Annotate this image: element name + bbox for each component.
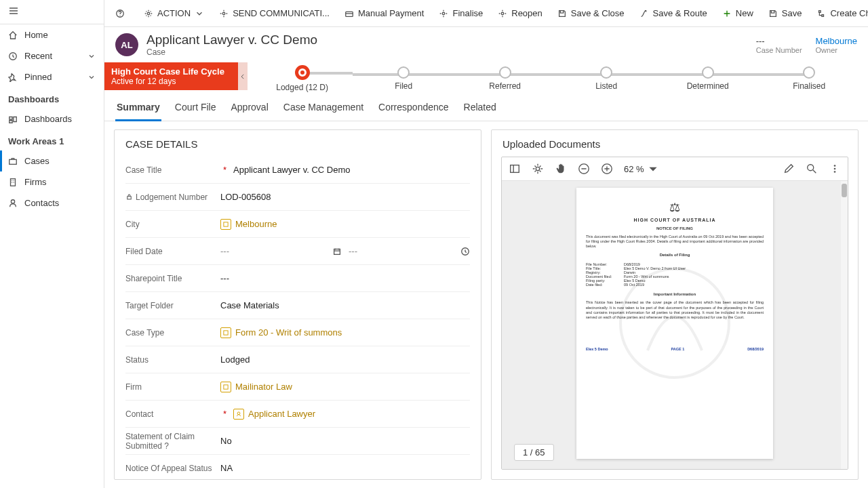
hand-icon [555,163,567,175]
new-button[interactable]: New [715,4,760,22]
save-close-button[interactable]: Save & Close [551,4,631,22]
lookup-icon [220,382,231,392]
lookup-icon [220,219,231,230]
doc-scrollbar[interactable] [841,181,848,469]
help-button[interactable] [108,5,132,22]
stage-determined[interactable]: Determined [657,66,759,91]
tab-court-file[interactable]: Court File [174,99,218,121]
field-contact[interactable]: Contact * Applicant Lawyer [125,401,470,428]
svg-point-9 [502,12,505,15]
flow-icon [816,9,826,18]
command-bar: ACTION SEND COMMUNICATI... Manual Paymen… [104,0,868,27]
tab-case-management[interactable]: Case Management [282,99,365,121]
uploaded-documents-panel: Uploaded Documents 62 % [491,129,859,480]
finalise-button[interactable]: Finalise [432,4,490,22]
nav-section-dashboards: Dashboards [0,87,104,108]
page-counter[interactable]: 1 / 65 [514,444,554,461]
lookup-icon [233,409,244,420]
briefcase-icon [8,157,18,166]
save-button[interactable]: Save [762,4,809,22]
save-route-button[interactable]: Save & Route [633,4,714,22]
svg-point-8 [443,12,446,15]
svg-point-5 [147,12,150,15]
pan-button[interactable] [555,163,567,175]
plus-icon [722,9,732,18]
svg-point-26 [834,168,836,170]
field-case-type[interactable]: Case Type Form 20 - Writ of summons [125,319,470,346]
field-noa-status[interactable]: Notice Of Appeal Status NA [125,455,470,479]
nav-dashboards[interactable]: Dashboards [0,108,104,129]
field-target-folder[interactable]: Target Folder Case Materials [125,292,470,319]
nav-cases[interactable]: Cases [0,150,104,171]
person-icon [8,199,18,208]
tab-summary[interactable]: Summary [115,99,161,121]
tab-related[interactable]: Related [462,99,498,121]
field-case-title[interactable]: Case Title * Applicant Lawyer v. CC Demo [125,157,470,184]
bpf-header[interactable]: High Court Case Life Cycle Active for 12… [104,62,238,90]
panel-title: Uploaded Documents [492,130,858,157]
manual-payment-button[interactable]: Manual Payment [338,4,431,22]
chevron-down-icon [647,163,659,175]
svg-point-25 [834,165,836,167]
svg-rect-15 [334,249,340,254]
nav-label: Firms [24,177,47,187]
stage-filed[interactable]: Filed [353,66,454,91]
record-header: AL Applicant Lawyer v. CC Demo Case --- … [104,27,868,57]
panel-title: CASE DETAILS [115,130,481,157]
gear-icon [219,9,229,18]
gear-icon [144,9,153,18]
nav-home[interactable]: Home [0,24,104,45]
pin-icon [8,73,18,82]
nav-label: Pinned [24,72,52,82]
svg-rect-14 [224,222,228,226]
field-soc-submitted[interactable]: Statement of Claim Submitted ? No [125,428,470,455]
document-viewer: 62 % ⚖ HIGH COURT OF AUSTRALIA NOTICE OF… [501,157,848,470]
field-firm[interactable]: Firm Mailinator Law [125,373,470,401]
field-sharepoint-title[interactable]: Sharepoint Title --- [125,265,470,292]
send-communication-button[interactable]: SEND COMMUNICATI... [212,4,336,22]
nav-recent[interactable]: Recent [0,45,104,66]
nav-firms[interactable]: Firms [0,171,104,192]
zoom-level[interactable]: 62 % [624,163,659,175]
gear-icon [439,9,448,18]
stage-lodged[interactable]: Lodged (12 D) [252,65,353,92]
zoom-out-button[interactable] [578,163,590,175]
doc-canvas[interactable]: ⚖ HIGH COURT OF AUSTRALIA NOTICE OF FILI… [502,181,848,469]
calendar-icon[interactable] [332,247,342,256]
field-city[interactable]: City Melbourne [125,211,470,238]
clock-icon[interactable] [460,247,470,256]
create-child-button[interactable]: Create Child Case [810,4,868,22]
field-status[interactable]: Status Lodged [125,346,470,373]
route-icon [639,9,649,18]
tab-approval[interactable]: Approval [230,99,270,121]
hamburger-button[interactable] [0,0,104,24]
header-owner[interactable]: Melbourne Owner [816,36,857,54]
svg-point-28 [620,269,729,378]
payment-icon [344,9,354,18]
home-icon [8,30,18,40]
nav-contacts[interactable]: Contacts [0,192,104,214]
settings-button[interactable] [532,163,544,175]
sidebar-toggle-button[interactable] [509,163,521,175]
nav-label: Recent [24,51,52,61]
stage-referred[interactable]: Referred [454,66,556,91]
edit-button[interactable] [783,163,795,175]
save-icon [557,9,567,18]
stage-finalised[interactable]: Finalised [758,66,860,91]
more-vertical-icon [829,163,841,175]
nav-section-workareas: Work Areas 1 [0,129,104,150]
zoom-in-button[interactable] [601,163,613,175]
field-filed-date[interactable]: Filed Date --- --- [125,238,470,265]
nav-label: Contacts [24,198,59,208]
form-tabs: Summary Court File Approval Case Managem… [104,92,868,121]
tab-correspondence[interactable]: Correspondence [377,99,450,121]
action-button[interactable]: ACTION [137,4,211,22]
chevron-down-icon [195,9,204,18]
page-title: Applicant Lawyer v. CC Demo [146,33,317,47]
doc-more-button[interactable] [829,163,841,175]
nav-pinned[interactable]: Pinned [0,66,104,87]
search-button[interactable] [806,163,818,175]
stage-listed[interactable]: Listed [555,66,657,91]
reopen-button[interactable]: Reopen [491,4,549,22]
header-case-number: --- Case Number [756,36,802,54]
